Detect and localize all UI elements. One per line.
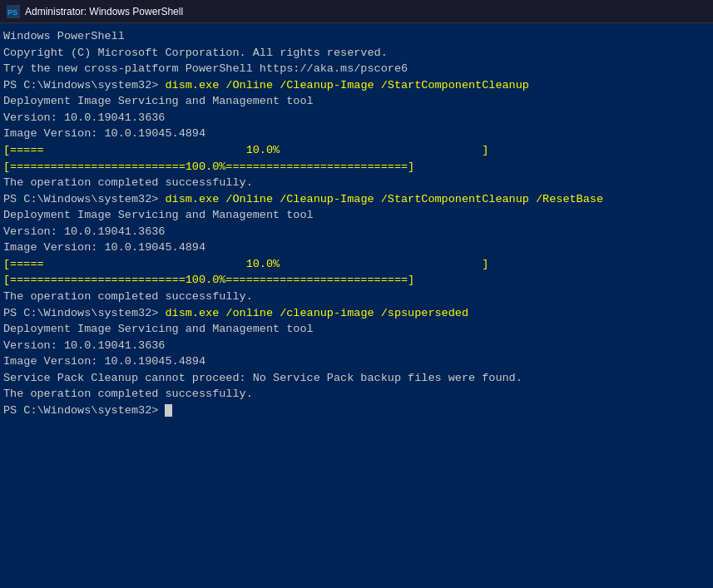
terminal-line: [===== 10.0% ] (3, 142, 710, 159)
terminal-body[interactable]: Windows PowerShellCopyright (C) Microsof… (0, 23, 713, 588)
terminal-line: Deployment Image Servicing and Managemen… (3, 321, 710, 338)
title-bar: PS Administrator: Windows PowerShell (0, 0, 713, 23)
terminal-line: Service Pack Cleanup cannot proceed: No … (3, 370, 710, 387)
terminal-line: [==========================100.0%=======… (3, 272, 710, 289)
terminal-line: The operation completed successfully. (3, 289, 710, 305)
terminal-line: Image Version: 10.0.19045.4894 (3, 353, 710, 370)
terminal-line: Version: 10.0.19041.3636 (3, 338, 710, 354)
window-title: Administrator: Windows PowerShell (25, 6, 183, 17)
terminal-line: Image Version: 10.0.19045.4894 (3, 126, 710, 142)
terminal-line: PS C:\Windows\system32> dism.exe /online… (3, 305, 710, 322)
terminal-line: PS C:\Windows\system32> dism.exe /Online… (3, 191, 710, 208)
powershell-icon: PS (7, 5, 20, 18)
terminal-line: The operation completed successfully. (3, 386, 710, 403)
terminal-line: Deployment Image Servicing and Managemen… (3, 207, 710, 224)
terminal-line: Version: 10.0.19041.3636 (3, 110, 710, 126)
svg-text:PS: PS (7, 8, 17, 17)
terminal-line: PS C:\Windows\system32> (3, 403, 710, 419)
terminal-line: Copyright (C) Microsoft Corporation. All… (3, 45, 710, 62)
terminal-line: Deployment Image Servicing and Managemen… (3, 93, 710, 110)
terminal-line: Try the new cross-platform PowerShell ht… (3, 61, 710, 77)
terminal-line: The operation completed successfully. (3, 175, 710, 191)
terminal-line: PS C:\Windows\system32> dism.exe /Online… (3, 77, 710, 94)
terminal-line: Windows PowerShell (3, 28, 710, 45)
terminal-line: Image Version: 10.0.19045.4894 (3, 240, 710, 256)
terminal-line: Version: 10.0.19041.3636 (3, 224, 710, 240)
terminal-line: [==========================100.0%=======… (3, 159, 710, 175)
terminal-line: [===== 10.0% ] (3, 256, 710, 273)
